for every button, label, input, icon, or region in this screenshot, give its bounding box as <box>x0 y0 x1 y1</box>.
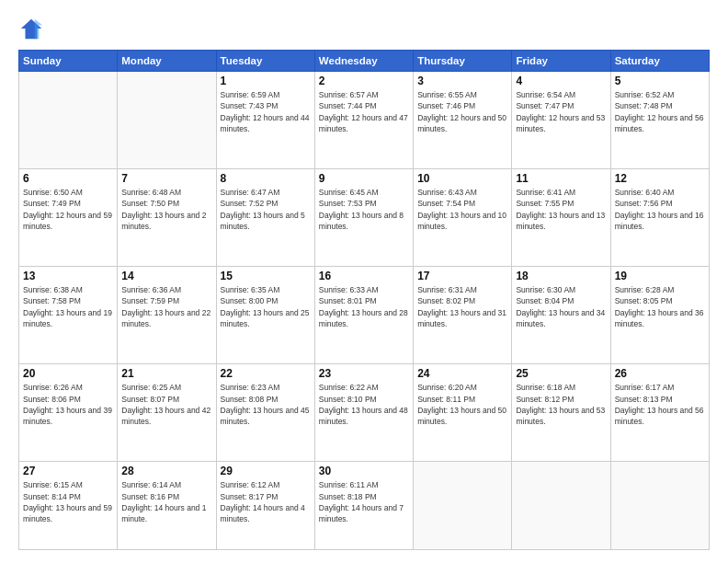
day-number: 15 <box>221 270 311 282</box>
sunset-text: Sunset: 8:02 PM <box>417 295 507 306</box>
calendar-day-cell <box>19 72 118 169</box>
day-info: Sunrise: 6:57 AMSunset: 7:44 PMDaylight:… <box>319 89 409 134</box>
calendar-header-friday: Friday <box>512 51 610 72</box>
sunset-text: Sunset: 8:07 PM <box>121 394 211 405</box>
sunrise-text: Sunrise: 6:43 AM <box>417 187 507 198</box>
sunrise-text: Sunrise: 6:45 AM <box>319 187 409 198</box>
day-number: 21 <box>121 367 211 380</box>
day-info: Sunrise: 6:47 AMSunset: 7:52 PMDaylight:… <box>221 187 311 232</box>
calendar-day-cell: 18Sunrise: 6:30 AMSunset: 8:04 PMDayligh… <box>512 267 610 364</box>
sunset-text: Sunset: 7:52 PM <box>221 198 311 209</box>
calendar-week-row: 1Sunrise: 6:59 AMSunset: 7:43 PMDaylight… <box>19 72 710 169</box>
day-info: Sunrise: 6:59 AMSunset: 7:43 PMDaylight:… <box>221 89 311 134</box>
calendar-week-row: 13Sunrise: 6:38 AMSunset: 7:58 PMDayligh… <box>19 267 710 364</box>
calendar-day-cell: 14Sunrise: 6:36 AMSunset: 7:59 PMDayligh… <box>118 267 216 364</box>
day-number: 27 <box>23 465 113 477</box>
daylight-text: Daylight: 13 hours and 28 minutes. <box>319 307 409 330</box>
sunset-text: Sunset: 8:04 PM <box>516 295 606 306</box>
calendar-table: SundayMondayTuesdayWednesdayThursdayFrid… <box>18 50 710 550</box>
calendar-header-tuesday: Tuesday <box>216 51 314 72</box>
logo-icon <box>18 17 44 42</box>
sunset-text: Sunset: 8:12 PM <box>516 394 606 405</box>
calendar-day-cell <box>414 462 512 550</box>
calendar-day-cell <box>118 72 216 169</box>
day-info: Sunrise: 6:20 AMSunset: 8:11 PMDaylight:… <box>417 382 507 427</box>
daylight-text: Daylight: 14 hours and 7 minutes. <box>319 502 409 525</box>
day-number: 22 <box>221 367 311 380</box>
daylight-text: Daylight: 13 hours and 42 minutes. <box>121 405 211 428</box>
sunset-text: Sunset: 8:17 PM <box>221 491 311 502</box>
day-info: Sunrise: 6:17 AMSunset: 8:13 PMDaylight:… <box>615 382 705 427</box>
day-info: Sunrise: 6:36 AMSunset: 7:59 PMDaylight:… <box>121 284 211 329</box>
daylight-text: Daylight: 12 hours and 50 minutes. <box>417 112 507 135</box>
day-info: Sunrise: 6:30 AMSunset: 8:04 PMDaylight:… <box>516 284 606 329</box>
calendar-day-cell: 10Sunrise: 6:43 AMSunset: 7:54 PMDayligh… <box>414 169 512 267</box>
sunset-text: Sunset: 8:16 PM <box>121 491 211 502</box>
sunset-text: Sunset: 8:01 PM <box>319 295 409 306</box>
calendar-header-monday: Monday <box>118 51 216 72</box>
daylight-text: Daylight: 13 hours and 16 minutes. <box>615 210 705 233</box>
daylight-text: Daylight: 12 hours and 56 minutes. <box>615 112 705 135</box>
sunrise-text: Sunrise: 6:41 AM <box>516 187 606 198</box>
sunrise-text: Sunrise: 6:36 AM <box>121 284 211 295</box>
calendar-day-cell: 6Sunrise: 6:50 AMSunset: 7:49 PMDaylight… <box>19 169 118 267</box>
day-number: 17 <box>417 270 507 282</box>
day-info: Sunrise: 6:26 AMSunset: 8:06 PMDaylight:… <box>23 382 113 427</box>
daylight-text: Daylight: 13 hours and 39 minutes. <box>23 405 113 428</box>
sunrise-text: Sunrise: 6:11 AM <box>319 479 409 490</box>
day-number: 3 <box>417 75 507 87</box>
day-number: 18 <box>516 270 606 282</box>
day-number: 1 <box>221 75 311 87</box>
sunset-text: Sunset: 7:48 PM <box>615 100 705 111</box>
calendar-day-cell: 24Sunrise: 6:20 AMSunset: 8:11 PMDayligh… <box>414 364 512 462</box>
calendar-week-row: 27Sunrise: 6:15 AMSunset: 8:14 PMDayligh… <box>19 462 710 550</box>
logo <box>18 17 48 42</box>
sunset-text: Sunset: 7:49 PM <box>23 198 113 209</box>
daylight-text: Daylight: 13 hours and 2 minutes. <box>121 210 211 233</box>
day-info: Sunrise: 6:54 AMSunset: 7:47 PMDaylight:… <box>516 89 606 134</box>
daylight-text: Daylight: 13 hours and 56 minutes. <box>615 405 705 428</box>
calendar-day-cell: 5Sunrise: 6:52 AMSunset: 7:48 PMDaylight… <box>610 72 709 169</box>
sunset-text: Sunset: 7:46 PM <box>417 100 507 111</box>
sunrise-text: Sunrise: 6:25 AM <box>121 382 211 393</box>
daylight-text: Daylight: 14 hours and 1 minute. <box>121 502 211 525</box>
day-info: Sunrise: 6:52 AMSunset: 7:48 PMDaylight:… <box>615 89 705 134</box>
sunrise-text: Sunrise: 6:47 AM <box>221 187 311 198</box>
calendar-day-cell: 15Sunrise: 6:35 AMSunset: 8:00 PMDayligh… <box>216 267 314 364</box>
sunrise-text: Sunrise: 6:35 AM <box>221 284 311 295</box>
calendar-header-saturday: Saturday <box>610 51 709 72</box>
daylight-text: Daylight: 13 hours and 19 minutes. <box>23 307 113 330</box>
calendar-day-cell: 26Sunrise: 6:17 AMSunset: 8:13 PMDayligh… <box>610 364 709 462</box>
day-info: Sunrise: 6:45 AMSunset: 7:53 PMDaylight:… <box>319 187 409 232</box>
day-info: Sunrise: 6:18 AMSunset: 8:12 PMDaylight:… <box>516 382 606 427</box>
day-number: 7 <box>121 172 211 185</box>
sunrise-text: Sunrise: 6:33 AM <box>319 284 409 295</box>
calendar-day-cell: 12Sunrise: 6:40 AMSunset: 7:56 PMDayligh… <box>610 169 709 267</box>
calendar-day-cell: 11Sunrise: 6:41 AMSunset: 7:55 PMDayligh… <box>512 169 610 267</box>
daylight-text: Daylight: 13 hours and 25 minutes. <box>221 307 311 330</box>
daylight-text: Daylight: 13 hours and 22 minutes. <box>121 307 211 330</box>
sunset-text: Sunset: 7:58 PM <box>23 295 113 306</box>
calendar-day-cell: 29Sunrise: 6:12 AMSunset: 8:17 PMDayligh… <box>216 462 314 550</box>
calendar-day-cell: 9Sunrise: 6:45 AMSunset: 7:53 PMDaylight… <box>314 169 413 267</box>
sunset-text: Sunset: 8:14 PM <box>23 491 113 502</box>
header <box>18 17 710 42</box>
daylight-text: Daylight: 13 hours and 36 minutes. <box>615 307 705 330</box>
daylight-text: Daylight: 13 hours and 8 minutes. <box>319 210 409 233</box>
sunrise-text: Sunrise: 6:12 AM <box>221 479 311 490</box>
sunrise-text: Sunrise: 6:18 AM <box>516 382 606 393</box>
day-number: 2 <box>319 75 409 87</box>
day-info: Sunrise: 6:33 AMSunset: 8:01 PMDaylight:… <box>319 284 409 329</box>
sunrise-text: Sunrise: 6:31 AM <box>417 284 507 295</box>
calendar-day-cell: 16Sunrise: 6:33 AMSunset: 8:01 PMDayligh… <box>314 267 413 364</box>
sunset-text: Sunset: 7:54 PM <box>417 198 507 209</box>
sunrise-text: Sunrise: 6:38 AM <box>23 284 113 295</box>
day-number: 30 <box>319 465 409 477</box>
calendar-day-cell <box>610 462 709 550</box>
day-info: Sunrise: 6:41 AMSunset: 7:55 PMDaylight:… <box>516 187 606 232</box>
day-info: Sunrise: 6:55 AMSunset: 7:46 PMDaylight:… <box>417 89 507 134</box>
day-info: Sunrise: 6:50 AMSunset: 7:49 PMDaylight:… <box>23 187 113 232</box>
sunrise-text: Sunrise: 6:57 AM <box>319 89 409 100</box>
day-info: Sunrise: 6:28 AMSunset: 8:05 PMDaylight:… <box>615 284 705 329</box>
day-info: Sunrise: 6:25 AMSunset: 8:07 PMDaylight:… <box>121 382 211 427</box>
